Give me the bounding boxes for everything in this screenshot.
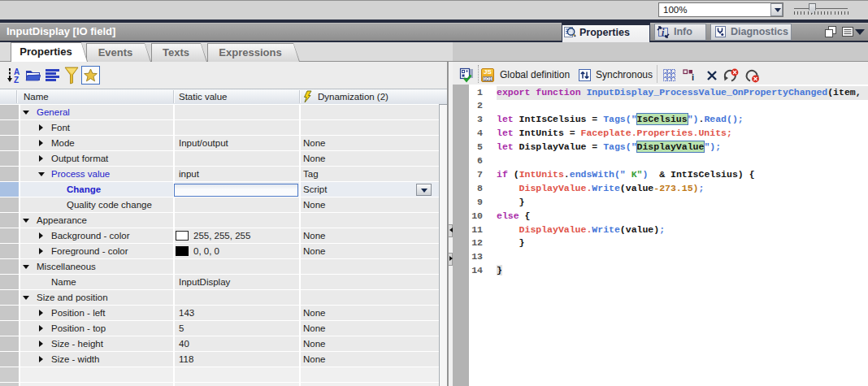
svg-text:i: i bbox=[692, 72, 694, 82]
svg-text:Z: Z bbox=[14, 76, 19, 85]
